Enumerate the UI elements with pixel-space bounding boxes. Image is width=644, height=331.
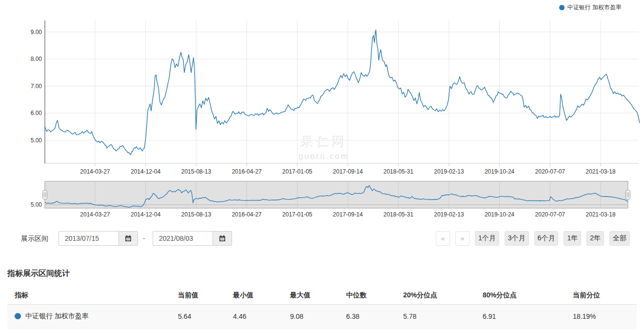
start-date-calendar-button[interactable] bbox=[118, 231, 138, 246]
navigator-x-label: 2015-08-13 bbox=[181, 211, 212, 218]
y-axis-label: 8.00 bbox=[31, 56, 42, 62]
col-header-3: 最大值 bbox=[290, 287, 346, 305]
col-header-1: 当前值 bbox=[178, 287, 233, 305]
nav-handle-right[interactable] bbox=[626, 190, 630, 199]
nav-handle-left[interactable] bbox=[43, 190, 47, 199]
start-date-input[interactable] bbox=[59, 231, 118, 246]
range-separator: - bbox=[143, 234, 145, 242]
y-axis-label: 9.00 bbox=[31, 29, 42, 36]
watermark-line1: 果仁网 bbox=[300, 134, 347, 148]
x-axis-label: 2017-01-05 bbox=[282, 168, 312, 175]
indicator-name: 中证银行 加权市盈率 bbox=[25, 312, 89, 320]
navigator-x-label: 2020-07-07 bbox=[535, 211, 566, 218]
pe-indicator-page: 中证银行 加权市盈率 9.008.007.006.005.002014-03-2… bbox=[0, 0, 644, 331]
x-axis-label: 2019-02-13 bbox=[434, 168, 464, 175]
stat-value-6: 18.19% bbox=[573, 305, 637, 329]
period-button-2year[interactable]: 2年 bbox=[586, 231, 604, 246]
x-axis-label: 2021-03-18 bbox=[585, 168, 616, 175]
prev-range-button[interactable]: « bbox=[436, 231, 450, 246]
navigator-selected-range[interactable] bbox=[45, 181, 628, 208]
watermark-line2: guorn.com bbox=[299, 152, 349, 160]
stat-value-0: 5.64 bbox=[178, 305, 233, 329]
y-axis-label: 5.00 bbox=[31, 137, 42, 144]
x-axis-label: 2015-08-13 bbox=[181, 168, 212, 175]
y-axis-label: 6.00 bbox=[31, 110, 42, 117]
navigator-chart[interactable]: 2014-03-272014-12-042015-08-132016-04-27… bbox=[0, 178, 644, 219]
indicator-name-cell: 中证银行 加权市盈率 bbox=[7, 305, 178, 329]
range-label: 展示区间 bbox=[21, 234, 48, 243]
stats-title: 指标展示区间统计 bbox=[7, 266, 637, 287]
end-date-group bbox=[153, 231, 232, 246]
x-axis-label: 2014-12-04 bbox=[131, 168, 161, 175]
x-axis-label: 2014-03-27 bbox=[80, 168, 110, 175]
stats-section: 指标展示区间统计 指标当前值最小值最大值中位数20%分位点80%分位点当前分位 … bbox=[7, 266, 637, 329]
period-button-group: 1个月3个月6个月1年2年全部 bbox=[475, 231, 630, 246]
navigator-x-label: 2019-10-24 bbox=[485, 211, 515, 218]
calendar-icon bbox=[219, 235, 226, 242]
navigator-y-label: 5.00 bbox=[31, 201, 42, 208]
x-axis-label: 2019-10-24 bbox=[485, 168, 515, 175]
period-button-1year[interactable]: 1年 bbox=[564, 231, 581, 246]
end-date-calendar-button[interactable] bbox=[213, 231, 232, 246]
navigator-x-label: 2021-03-18 bbox=[585, 211, 616, 218]
period-controls: « » 1个月3个月6个月1年2年全部 bbox=[436, 231, 630, 246]
y-axis-label: 7.00 bbox=[31, 83, 42, 90]
period-button-all[interactable]: 全部 bbox=[609, 231, 630, 246]
end-date-input[interactable] bbox=[153, 231, 213, 246]
col-header-2: 最小值 bbox=[233, 287, 290, 305]
navigator-x-label: 2018-05-31 bbox=[384, 211, 414, 218]
stat-value-2: 9.08 bbox=[290, 305, 346, 329]
col-header-6: 80%分位点 bbox=[483, 287, 573, 305]
range-controls: 展示区间 - bbox=[0, 231, 644, 250]
period-button-6month[interactable]: 6个月 bbox=[534, 231, 559, 246]
series-dot-icon bbox=[15, 313, 21, 319]
start-date-group bbox=[59, 231, 138, 246]
next-range-button[interactable]: » bbox=[455, 231, 469, 246]
navigator-x-label: 2017-09-14 bbox=[333, 211, 363, 218]
navigator-x-label: 2014-12-04 bbox=[131, 211, 161, 218]
stat-value-4: 5.78 bbox=[403, 305, 483, 329]
stat-value-5: 6.91 bbox=[483, 305, 573, 329]
stats-table: 指标当前值最小值最大值中位数20%分位点80%分位点当前分位 中证银行 加权市盈… bbox=[7, 287, 637, 329]
stats-header-row: 指标当前值最小值最大值中位数20%分位点80%分位点当前分位 bbox=[7, 287, 637, 305]
navigator-x-label: 2016-04-27 bbox=[232, 211, 262, 218]
table-row: 中证银行 加权市盈率 5.644.469.086.385.786.9118.19… bbox=[7, 305, 637, 329]
col-header-0: 指标 bbox=[7, 287, 178, 305]
x-axis-label: 2020-07-07 bbox=[535, 168, 566, 175]
navigator-x-label: 2017-01-05 bbox=[282, 211, 312, 218]
period-button-3month[interactable]: 3个月 bbox=[505, 231, 529, 246]
period-button-1month[interactable]: 1个月 bbox=[475, 231, 499, 246]
main-chart[interactable]: 9.008.007.006.005.002014-03-272014-12-04… bbox=[0, 0, 644, 178]
x-axis-label: 2016-04-27 bbox=[232, 168, 262, 175]
col-header-4: 中位数 bbox=[346, 287, 403, 305]
col-header-7: 当前分位 bbox=[573, 287, 637, 305]
stat-value-3: 6.38 bbox=[346, 305, 403, 329]
stat-value-1: 4.46 bbox=[233, 305, 290, 329]
x-axis-label: 2018-05-31 bbox=[384, 168, 414, 175]
calendar-icon bbox=[125, 235, 132, 242]
col-header-5: 20%分位点 bbox=[403, 287, 483, 305]
navigator-x-label: 2019-02-13 bbox=[434, 211, 464, 218]
x-axis-label: 2017-09-14 bbox=[333, 168, 363, 175]
navigator-x-label: 2014-03-27 bbox=[80, 211, 110, 218]
